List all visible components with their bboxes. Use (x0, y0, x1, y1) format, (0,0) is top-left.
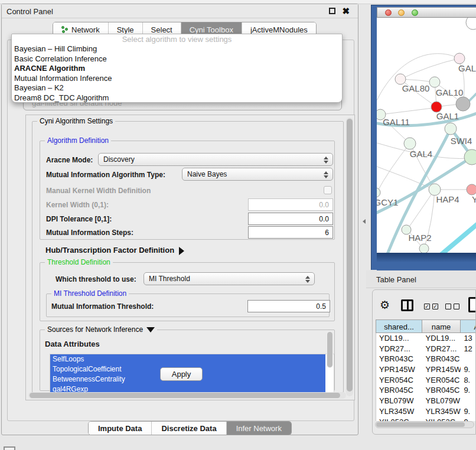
network-node[interactable] (404, 138, 416, 149)
column-header-shared[interactable]: shared... (376, 320, 422, 332)
algorithm-definition-group: Algorithm Definition Aracne Mode: Discov… (40, 141, 335, 240)
network-node[interactable] (454, 53, 465, 64)
tab-impute-data[interactable]: Impute Data (89, 422, 152, 435)
dpi-tolerance-field[interactable]: 0.0 (248, 213, 333, 225)
table-cell: 8. (461, 375, 476, 386)
tab-label: Network (71, 25, 100, 34)
mi-steps-field[interactable]: 6 (248, 226, 333, 239)
network-node[interactable] (445, 123, 457, 135)
node-label-Y: Y (472, 194, 476, 204)
algorithm-option[interactable]: Bayesian – K2 (12, 83, 342, 93)
aracne-mode-label: Aracne Mode: (46, 156, 93, 164)
node-label-GAL4: GAL4 (410, 149, 432, 159)
settings-vertical-scrollbar[interactable] (346, 118, 353, 396)
table-cell: YER054C (376, 375, 423, 386)
algorithm-option[interactable]: Mutual Information Inference (12, 74, 342, 84)
algorithm-dropdown-popup: Select algorithm to view settings Bayesi… (11, 34, 343, 103)
mi-algorithm-type-select[interactable]: Naive Bayes (182, 168, 333, 181)
gear-icon[interactable]: ⚙ (380, 298, 390, 312)
manual-kernel-checkbox[interactable] (324, 186, 332, 194)
attribute-item[interactable]: SelfLoops (50, 354, 325, 364)
table-cell: YPR145W (376, 364, 423, 375)
table-cell: YDR27... (376, 344, 423, 354)
node-label-GCY1: GCY1 (377, 197, 398, 207)
column-header-A[interactable]: A (461, 320, 476, 332)
table-row[interactable]: YIL052CYIL052C9. (376, 417, 476, 422)
aracne-mode-select[interactable]: Discovery (98, 153, 333, 166)
network-canvas[interactable]: GALGAL80GAL10GAL1GAL11GAL4SWI4HAP4YGCY1H… (377, 18, 476, 253)
network-window-titlebar[interactable] (377, 7, 476, 18)
float-panel-icon[interactable] (329, 8, 335, 14)
group-title: Algorithm Definition (45, 136, 111, 145)
network-node[interactable] (466, 18, 476, 30)
which-threshold-value: MI Threshold (149, 275, 190, 283)
table-horizontal-scrollbar[interactable] (375, 421, 474, 428)
network-node[interactable] (456, 97, 470, 111)
zoom-traffic-light-icon[interactable] (412, 9, 418, 16)
network-node[interactable] (429, 77, 440, 87)
dpi-tolerance-label: DPI Tolerance [0,1]: (46, 215, 112, 223)
mi-steps-label: Mutual Information Steps: (46, 229, 133, 237)
app-screen: Control Panel ✖ NetworkStyleSelectCyni T… (0, 0, 476, 450)
table-cell: 13 (461, 333, 476, 344)
collapsed-panel-icon[interactable] (4, 446, 15, 450)
apply-button[interactable]: Apply (160, 367, 203, 381)
which-threshold-label: Which threshold to use: (56, 275, 136, 283)
sources-title: Sources for Network Inference (47, 325, 143, 334)
table-row[interactable]: YDR27...YDR27...12 (376, 344, 476, 354)
network-view-window: GALGAL80GAL10GAL1GAL11GAL4SWI4HAP4YGCY1H… (371, 5, 476, 270)
which-threshold-select[interactable]: MI Threshold (144, 272, 315, 285)
attributes-scrollbar[interactable] (327, 331, 333, 368)
mi-threshold-field[interactable]: 0.5 (247, 300, 330, 312)
cyni-mode-tabs: Impute DataDiscretize DataInfer Network (88, 421, 292, 435)
tab-label: Select (151, 25, 172, 34)
minimize-traffic-light-icon[interactable] (398, 9, 405, 16)
hub-definition-toggle[interactable]: Hub/Transcription Factor Definition (45, 246, 184, 255)
network-node[interactable] (429, 184, 441, 195)
table-panel-titlebar: Table Panel (366, 270, 476, 288)
tab-infer-network[interactable]: Infer Network (227, 422, 291, 435)
close-traffic-light-icon[interactable] (385, 9, 392, 16)
sources-group: Sources for Network Inference Data Attri… (40, 330, 335, 391)
algorithm-option[interactable]: Basic Correlation Inference (12, 54, 342, 64)
table-cell: YBL079W (376, 396, 423, 406)
column-view-icon[interactable] (401, 299, 413, 311)
group-title: MI Threshold Definition (51, 289, 129, 298)
network-window-frame (377, 253, 476, 270)
table-cell: YLR345W (423, 406, 461, 417)
sources-toggle[interactable]: Sources for Network Inference (45, 325, 157, 334)
column-header-name[interactable]: name (422, 320, 460, 332)
spinner-icon (305, 275, 311, 284)
kernel-width-field[interactable]: 0.0 (248, 198, 333, 211)
algorithm-option[interactable]: ARACNE Algorithm (12, 64, 342, 74)
checked-checkbox-icon[interactable]: ✓ (432, 304, 438, 309)
table-row[interactable]: YBL079WYBL079W (376, 396, 476, 406)
unchecked-checkbox-icon[interactable] (445, 304, 451, 309)
table-row[interactable]: YBR045CYBR045C9. (376, 385, 476, 396)
tab-discretize-data[interactable]: Discretize Data (152, 422, 226, 435)
node-table: shared...nameA YDL19...YDL19...13YDR27..… (376, 319, 476, 421)
mi-type-label: Mutual Information Algorithm Type: (46, 171, 165, 179)
expanded-arrow-icon (146, 327, 155, 332)
node-label-HAP2: HAP2 (408, 233, 431, 243)
algorithm-option[interactable]: Bayesian – Hill Climbing (12, 44, 342, 54)
network-node[interactable] (467, 184, 476, 195)
checked-checkbox-icon[interactable]: ✓ (424, 304, 430, 309)
algorithm-option[interactable]: Dream8 DC_TDC Algorithm (12, 93, 342, 103)
table-cell: YBR043C (376, 354, 423, 364)
unchecked-checkbox-icon[interactable] (454, 304, 459, 309)
network-node[interactable] (377, 188, 380, 197)
split-pane-handle-icon[interactable] (363, 219, 366, 224)
node-label-HAP4: HAP4 (436, 194, 459, 204)
settings-horizontal-scrollbar[interactable] (28, 392, 346, 399)
table-row[interactable]: YBR043CYBR043C (376, 354, 476, 364)
table-row[interactable]: YLR345WYLR345W9. (376, 406, 476, 417)
table-row[interactable]: YPR145WYPR145W9. (376, 364, 476, 375)
network-node[interactable] (419, 244, 429, 253)
table-cell: YBL079W (423, 396, 461, 406)
close-icon[interactable]: ✖ (342, 6, 350, 17)
table-row[interactable]: YDL19...YDL19...13 (376, 333, 476, 344)
aracne-mode-value: Discovery (103, 155, 135, 164)
document-icon[interactable] (468, 297, 476, 312)
table-row[interactable]: YER054CYER054C8. (376, 375, 476, 386)
